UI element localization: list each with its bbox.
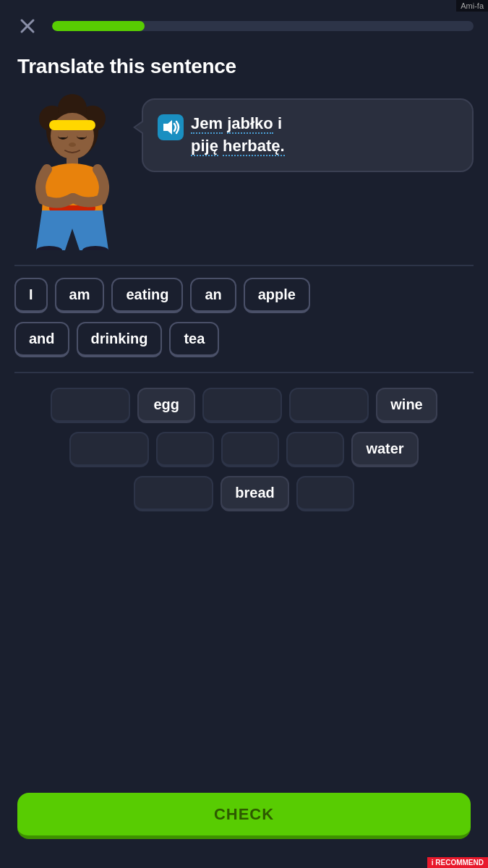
bank-empty-7 [286, 432, 344, 467]
top-bar [0, 0, 488, 46]
bank-row-2: water [14, 432, 474, 467]
speech-bubble: Jem jabłko i piję herbatę. [142, 98, 474, 172]
bank-empty-1 [51, 388, 130, 423]
close-button[interactable] [14, 13, 40, 39]
check-button[interactable]: CHECK [17, 793, 471, 839]
ami-badge: Ami-fa [456, 0, 488, 12]
progress-bar [52, 21, 474, 31]
bank-row-1: egg wine [14, 388, 474, 423]
close-icon [19, 17, 36, 35]
character-section: Jem jabłko i piję herbatę. [0, 91, 488, 265]
character-avatar [22, 91, 123, 250]
answer-word-an[interactable]: an [190, 278, 236, 313]
recommend-badge: i RECOMMEND [427, 857, 488, 868]
sound-icon[interactable] [158, 114, 184, 140]
svg-point-14 [69, 142, 76, 147]
sentence-word-pije: piję [191, 137, 218, 156]
character-figure [14, 91, 130, 250]
bank-word-wine[interactable]: wine [376, 388, 437, 423]
sentence-word-herbate: herbatę. [223, 137, 285, 156]
bank-word-bread[interactable]: bread [221, 476, 288, 511]
sentence-word-jem: Jem [191, 114, 223, 134]
bank-word-water[interactable]: water [351, 432, 418, 467]
answer-word-apple[interactable]: apple [244, 278, 310, 313]
bank-empty-2 [202, 388, 282, 423]
sentence-word-jablko: jabłko [227, 114, 273, 134]
answer-row-1: I am eating an apple [14, 278, 474, 313]
answer-row-2: and drinking tea [14, 322, 474, 357]
answer-area: I am eating an apple and drinking tea [0, 266, 488, 372]
sentence-space2: i [278, 114, 282, 132]
svg-rect-7 [49, 120, 95, 130]
svg-rect-12 [58, 132, 68, 137]
bank-empty-9 [296, 476, 354, 511]
answer-word-am[interactable]: am [55, 278, 105, 313]
bank-empty-4 [69, 432, 149, 467]
bank-empty-8 [134, 476, 213, 511]
bank-empty-5 [156, 432, 214, 467]
answer-word-eating[interactable]: eating [111, 278, 183, 313]
page-title: Translate this sentence [17, 55, 471, 78]
title-section: Translate this sentence [0, 46, 488, 91]
speech-text: Jem jabłko i piję herbatę. [191, 113, 285, 158]
answer-word-drinking[interactable]: drinking [77, 322, 163, 357]
bank-empty-3 [289, 388, 369, 423]
progress-fill [52, 21, 145, 31]
word-bank: egg wine water bread [0, 373, 488, 532]
svg-rect-13 [77, 132, 87, 137]
bank-word-egg[interactable]: egg [137, 388, 195, 423]
check-button-container: CHECK [17, 793, 471, 839]
answer-word-I[interactable]: I [14, 278, 48, 313]
bank-empty-6 [221, 432, 279, 467]
answer-word-and[interactable]: and [14, 322, 69, 357]
bank-row-3: bread [14, 476, 474, 511]
answer-word-tea[interactable]: tea [169, 322, 219, 357]
